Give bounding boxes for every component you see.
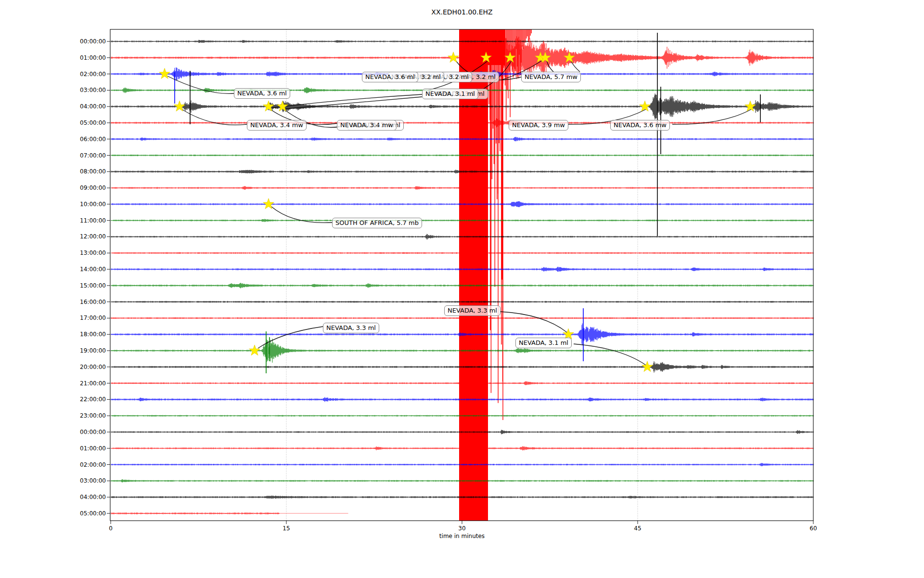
clipped-event-spray [489,29,531,420]
event-star-icon [174,101,185,111]
y-tick-label: 12:00:00 [63,233,106,240]
y-tick-label: 03:00:00 [63,87,106,93]
x-tick-label: 30 [458,525,465,532]
event-label: NEVADA, 3.3 ml [323,323,379,333]
event-star-icon [642,361,653,372]
y-tick-label: 18:00:00 [63,331,106,338]
event-label: NEVADA, 3.4 mw [247,120,307,131]
y-tick-label: 01:00:00 [63,445,106,452]
event-label: NEVADA, 3.1 ml [515,338,572,348]
event-star-icon [448,52,459,63]
y-tick-label: 11:00:00 [63,217,106,224]
event-label: NEVADA, 3.3 ml [444,305,500,316]
y-tick-label: 20:00:00 [63,364,106,370]
y-tick-label: 09:00:00 [63,184,106,191]
y-tick-label: 10:00:00 [63,201,106,208]
y-tick-label: 19:00:00 [63,347,106,354]
y-tick-label: 06:00:00 [63,136,106,143]
y-tick-label: 03:00:00 [63,477,106,484]
y-tick-label: 04:00:00 [63,103,106,110]
x-tick-label: 15 [282,525,290,532]
x-tick-label: 0 [109,525,113,532]
event-label: NEVADA, 3.4 mw [337,120,397,131]
y-tick-label: 23:00:00 [63,412,106,419]
y-tick-label: 15:00:00 [63,282,106,289]
y-tick-label: 08:00:00 [63,168,106,175]
y-tick-label: 22:00:00 [63,396,106,403]
event-label: NEVADA, 3.6 ml [234,88,290,99]
y-tick-label: 16:00:00 [63,299,106,305]
x-tick-label: 45 [634,525,641,532]
y-tick-label: 13:00:00 [63,250,106,256]
seismogram-window: XX.EDH01.00.EHZ NEVADA, 3.2 mlNEVADA, 3.… [0,0,924,578]
y-tick-label: 05:00:00 [63,510,106,517]
event-label: NEVADA, 3.9 mw [509,120,568,131]
y-tick-label: 21:00:00 [63,380,106,387]
clipped-event-band [459,29,488,521]
y-tick-label: 05:00:00 [63,119,106,126]
y-tick-label: 02:00:00 [63,71,106,78]
event-label: NEVADA, 3.6 ml [362,72,418,82]
y-tick-label: 14:00:00 [63,266,106,273]
y-tick-label: 02:00:00 [63,461,106,468]
helicorder-plot [0,0,924,578]
seismogram-trace-row [111,512,348,514]
event-label: NEVADA, 3.6 mw [610,120,670,131]
event-label: NEVADA, 3.1 ml [422,89,478,99]
y-tick-label: 01:00:00 [63,54,106,61]
event-label: NEVADA, 5.7 mw [521,72,581,82]
y-tick-label: 17:00:00 [63,315,106,321]
y-tick-label: 07:00:00 [63,152,106,159]
x-axis-label: time in minutes [111,533,813,539]
x-tick-label: 60 [809,525,817,532]
event-label: SOUTH OF AFRICA, 5.7 mb [332,218,422,228]
y-tick-label: 00:00:00 [63,38,106,45]
event-star-icon [159,68,170,79]
event-star-icon [249,345,260,355]
y-tick-label: 04:00:00 [63,494,106,500]
y-tick-label: 00:00:00 [63,429,106,435]
